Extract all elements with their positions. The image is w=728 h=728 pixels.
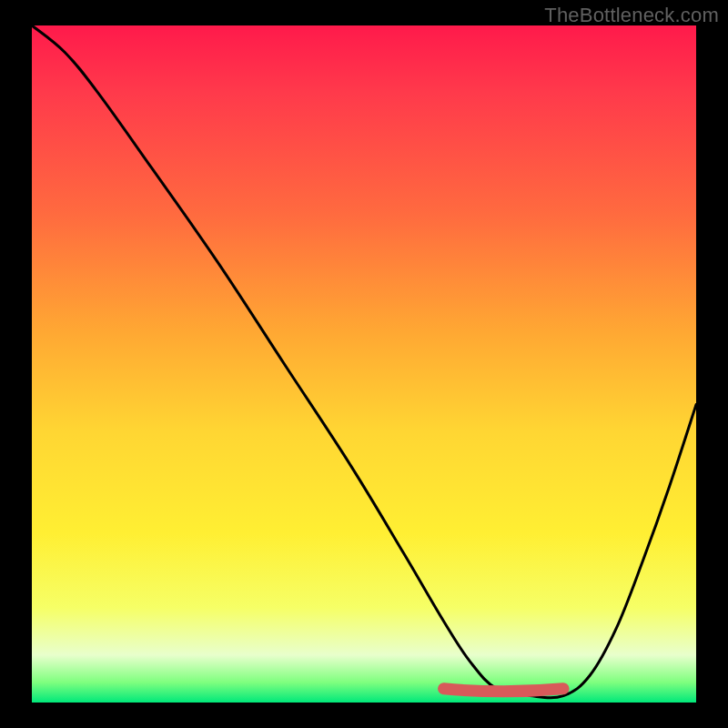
curve-line — [32, 25, 696, 698]
watermark-text: TheBottleneck.com — [544, 4, 719, 27]
plot-area — [32, 25, 696, 703]
trough-highlight — [444, 689, 563, 692]
chart-svg — [32, 25, 696, 703]
chart-container: TheBottleneck.com — [0, 0, 728, 728]
